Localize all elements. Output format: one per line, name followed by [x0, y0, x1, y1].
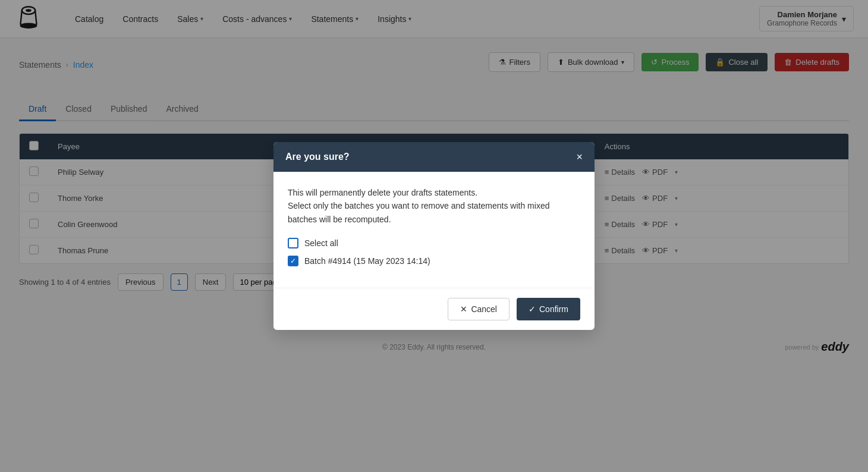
confirm-check-icon: ✓ [529, 304, 536, 314]
batch-label: Batch #4914 (15 May 2023 14:14) [304, 256, 430, 266]
cancel-button[interactable]: ✕ Cancel [448, 298, 510, 320]
batch-row: Batch #4914 (15 May 2023 14:14) [288, 256, 580, 266]
batch-checkbox[interactable] [288, 256, 298, 266]
confirm-modal: Are you sure? × This will permanently de… [273, 142, 595, 330]
select-all-label: Select all [304, 238, 338, 248]
cancel-x-icon: ✕ [460, 304, 467, 314]
select-all-checkbox[interactable] [288, 238, 298, 248]
modal-footer: ✕ Cancel ✓ Confirm [273, 288, 595, 330]
modal-close-button[interactable]: × [576, 152, 583, 162]
modal-title: Are you sure? [285, 152, 350, 162]
modal-body: This will permanently delete your drafts… [273, 172, 595, 288]
select-all-row: Select all [288, 238, 580, 248]
modal-header: Are you sure? × [273, 142, 595, 172]
modal-description: This will permanently delete your drafts… [288, 186, 580, 226]
modal-overlay: Are you sure? × This will permanently de… [0, 0, 868, 366]
confirm-button[interactable]: ✓ Confirm [517, 298, 580, 320]
